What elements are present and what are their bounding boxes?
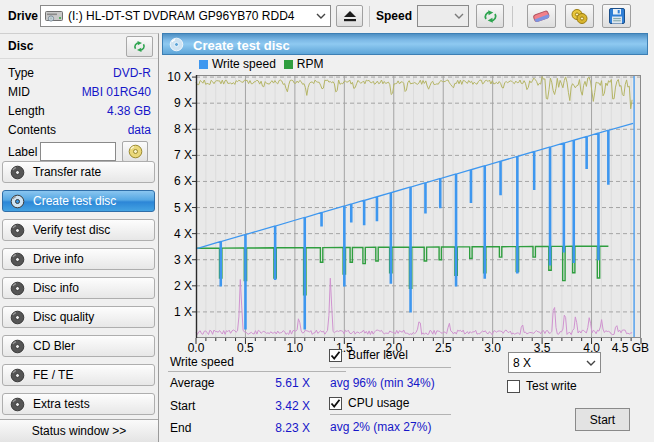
chevron-down-icon bbox=[454, 13, 464, 19]
write-speed-select[interactable]: 8 X bbox=[508, 352, 601, 373]
cpu-usage-checkbox[interactable]: CPU usage bbox=[329, 396, 409, 410]
disc-icon bbox=[10, 368, 25, 383]
test-write-label: Test write bbox=[526, 379, 577, 393]
start-button[interactable]: Start bbox=[575, 408, 630, 431]
sidebar-item-verify-test-disc[interactable]: Verify test disc bbox=[2, 219, 155, 241]
drive-select[interactable]: (I:) HL-DT-ST DVDRAM GP96YB70 RDD4 bbox=[40, 5, 331, 27]
buffer-level-checkbox[interactable]: Buffer level bbox=[329, 348, 408, 362]
stats-section-title: Write speed bbox=[170, 355, 234, 369]
disc-icon bbox=[10, 194, 25, 209]
sidebar-item-extra-tests[interactable]: Extra tests bbox=[2, 393, 155, 415]
sidebar-item-create-test-disc[interactable]: Create test disc bbox=[2, 190, 155, 212]
page-title-bar: Create test disc bbox=[162, 33, 648, 55]
buffer-stat: avg 96% (min 34%) bbox=[330, 376, 435, 390]
erase-disc-button[interactable] bbox=[527, 4, 556, 28]
eject-icon bbox=[343, 10, 357, 22]
info-value: MBI 01RG40 bbox=[82, 83, 151, 102]
disc-icon bbox=[10, 223, 25, 238]
sidebar-item-label: FE / TE bbox=[33, 368, 73, 382]
sidebar: Disc TypeDVD-RMIDMBI 01RG40Length4.38 GB… bbox=[0, 33, 159, 442]
y-tick-label: 1 X bbox=[159, 305, 192, 319]
disc-tools-button[interactable] bbox=[565, 4, 594, 28]
stat-label: Start bbox=[170, 399, 195, 413]
eject-button[interactable] bbox=[336, 5, 363, 27]
sidebar-item-label: Verify test disc bbox=[33, 223, 110, 237]
label-input[interactable] bbox=[40, 142, 116, 161]
sidebar-item-fe-te[interactable]: FE / TE bbox=[2, 364, 155, 386]
status-window-button[interactable]: Status window >> bbox=[0, 419, 158, 442]
disc-header-title: Disc bbox=[8, 39, 33, 53]
y-tick-label: 8 X bbox=[159, 122, 192, 136]
divider bbox=[168, 371, 346, 372]
disc-icon bbox=[10, 310, 25, 325]
y-tick-label: 6 X bbox=[159, 174, 192, 188]
save-button[interactable] bbox=[602, 4, 631, 28]
x-tick-label: 3.0 bbox=[478, 341, 508, 355]
refresh-disc-button[interactable] bbox=[126, 36, 153, 57]
disc-icon bbox=[10, 252, 25, 267]
disc-info-list: TypeDVD-RMIDMBI 01RG40Length4.38 GBConte… bbox=[0, 59, 158, 140]
refresh-button[interactable] bbox=[476, 4, 504, 28]
label-field-caption: Label bbox=[8, 145, 37, 159]
gold-disc-icon bbox=[128, 144, 143, 159]
drive-select-value: (I:) HL-DT-ST DVDRAM GP96YB70 RDD4 bbox=[68, 9, 316, 23]
disc-icon bbox=[10, 397, 25, 412]
drive-label: Drive bbox=[8, 9, 38, 23]
checkbox-icon bbox=[507, 380, 520, 393]
sidebar-item-disc-info[interactable]: Disc info bbox=[2, 277, 155, 299]
disc-info-row: Contentsdata bbox=[0, 121, 158, 140]
refresh-icon bbox=[132, 39, 147, 54]
y-tick-label: 5 X bbox=[159, 201, 192, 215]
sidebar-item-label: Drive info bbox=[33, 252, 84, 266]
sidebar-item-cd-bler[interactable]: CD Bler bbox=[2, 335, 155, 357]
y-tick-label: 10 X bbox=[159, 70, 192, 84]
disc-info-row: MIDMBI 01RG40 bbox=[0, 83, 158, 102]
write-label-button[interactable] bbox=[122, 141, 148, 162]
info-label: MID bbox=[8, 83, 30, 102]
speed-select[interactable] bbox=[417, 5, 469, 27]
disc-group-header: Disc bbox=[0, 34, 158, 59]
stat-value: 3.42 X bbox=[240, 399, 310, 413]
info-value: DVD-R bbox=[113, 64, 151, 83]
x-tick-label: 0.5 bbox=[230, 341, 260, 355]
eraser-icon bbox=[532, 9, 551, 24]
y-tick-label: 7 X bbox=[159, 148, 192, 162]
x-tick-label: 1.0 bbox=[280, 341, 310, 355]
toolbar-separator bbox=[512, 6, 513, 27]
disc-icon bbox=[169, 37, 184, 58]
checkbox-icon bbox=[329, 349, 342, 362]
y-tick-label: 2 X bbox=[159, 279, 192, 293]
toolbar-separator bbox=[369, 6, 370, 27]
legend-swatch bbox=[199, 60, 208, 69]
x-tick-label: 2.5 bbox=[428, 341, 458, 355]
disc-icon bbox=[10, 165, 25, 180]
info-label: Type bbox=[8, 64, 34, 83]
stat-value: 5.61 X bbox=[240, 376, 310, 390]
info-value: 4.38 GB bbox=[107, 102, 151, 121]
test-write-checkbox[interactable]: Test write bbox=[507, 379, 577, 393]
stat-label: Average bbox=[170, 376, 214, 390]
sidebar-item-disc-quality[interactable]: Disc quality bbox=[2, 306, 155, 328]
stat-value: 8.23 X bbox=[240, 421, 310, 435]
sidebar-item-drive-info[interactable]: Drive info bbox=[2, 248, 155, 270]
x-tick-label: 4.5 GB bbox=[607, 341, 649, 355]
page-title: Create test disc bbox=[193, 36, 290, 56]
x-tick-label: 0.0 bbox=[181, 341, 211, 355]
sidebar-item-label: Disc quality bbox=[33, 310, 94, 324]
disc-icon bbox=[10, 339, 25, 354]
sidebar-item-label: Transfer rate bbox=[33, 165, 101, 179]
y-tick-label: 9 X bbox=[159, 96, 192, 110]
chevron-down-icon bbox=[586, 360, 596, 366]
y-tick-label: 3 X bbox=[159, 253, 192, 267]
cpu-usage-label: CPU usage bbox=[348, 396, 409, 410]
legend-label: RPM bbox=[297, 57, 324, 71]
divider bbox=[330, 414, 451, 415]
sidebar-nav: Transfer rateCreate test discVerify test… bbox=[2, 161, 155, 422]
cpu-stat: avg 2% (max 27%) bbox=[330, 420, 431, 434]
sidebar-item-transfer-rate[interactable]: Transfer rate bbox=[2, 161, 155, 183]
sidebar-item-label: Create test disc bbox=[33, 194, 116, 208]
legend-swatch bbox=[284, 60, 293, 69]
info-label: Length bbox=[8, 102, 45, 121]
save-icon bbox=[609, 8, 625, 24]
refresh-icon bbox=[482, 8, 499, 25]
